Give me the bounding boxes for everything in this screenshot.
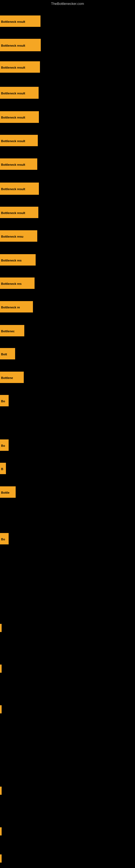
vertical-bar-0 <box>0 624 2 632</box>
bottleneck-badge-15: Bottlene <box>0 372 24 383</box>
bottleneck-badge-8: Bottleneck result <box>0 207 38 218</box>
bottleneck-badge-17: Bo <box>0 439 9 451</box>
vertical-bar-4 <box>0 827 2 835</box>
bottleneck-badge-12: Bottleneck re <box>0 301 33 312</box>
vertical-bar-3 <box>0 786 2 795</box>
bottleneck-badge-6: Bottleneck result <box>0 158 37 170</box>
site-title: TheBottlenecker.com <box>0 2 135 6</box>
vertical-bar-2 <box>0 705 2 713</box>
bottleneck-badge-5: Bottleneck result <box>0 135 38 146</box>
bottleneck-badge-4: Bottleneck result <box>0 111 39 123</box>
vertical-bar-5 <box>0 855 2 863</box>
bottleneck-badge-13: Bottlenec <box>0 325 24 336</box>
bottleneck-badge-1: Bottleneck result <box>0 39 41 51</box>
bottleneck-badge-18: B <box>0 463 6 474</box>
bottleneck-badge-9: Bottleneck resu <box>0 230 37 242</box>
bottleneck-badge-2: Bottleneck result <box>0 61 40 73</box>
vertical-bar-1 <box>0 664 2 673</box>
bottleneck-badge-7: Bottleneck result <box>0 183 39 195</box>
bottleneck-badge-19: Bottle <box>0 486 16 498</box>
bottleneck-badge-11: Bottleneck res <box>0 278 35 289</box>
bottleneck-badge-0: Bottleneck result <box>0 16 41 27</box>
bottleneck-badge-20: Bo <box>0 533 9 545</box>
bottleneck-badge-10: Bottleneck res <box>0 254 36 266</box>
bottleneck-badge-3: Bottleneck result <box>0 87 39 99</box>
bottleneck-badge-16: Bo <box>0 395 9 406</box>
bottleneck-badge-14: Bott <box>0 348 15 360</box>
